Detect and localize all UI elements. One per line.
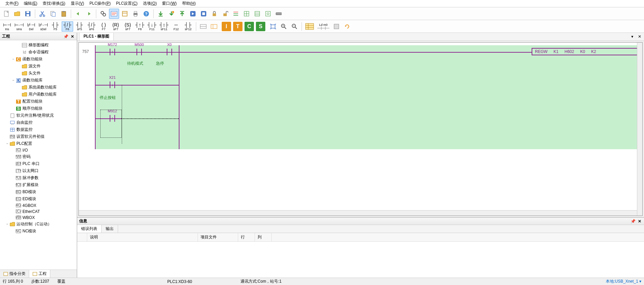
run-button[interactable]	[188, 9, 198, 19]
stop-button[interactable]	[199, 9, 209, 19]
tree-node[interactable]: 梯形图编程	[0, 42, 77, 49]
tree-node[interactable]: ETH以太网口	[0, 167, 77, 174]
unlock-button[interactable]	[220, 9, 230, 19]
column-header[interactable]: 项目文件	[198, 233, 238, 241]
error-list-table[interactable]: 说明项目文件行列	[77, 233, 644, 278]
vertical-scrollbar[interactable]	[637, 43, 642, 216]
tab-close-icon[interactable]: ✕	[637, 34, 642, 39]
tree-node[interactable]: −EX函数功能库	[0, 77, 77, 84]
upload-button[interactable]	[177, 9, 187, 19]
tree-node[interactable]: 自由监控	[0, 119, 77, 126]
menu-v[interactable]: 显示(V)	[68, 0, 87, 7]
tree-node[interactable]: NCNC模块	[0, 228, 77, 235]
column-header[interactable]	[77, 233, 87, 241]
ladder-sf6-button[interactable]: ┤/├sF6	[86, 21, 97, 32]
tree-node[interactable]: EDED模块	[0, 195, 77, 203]
paste-button[interactable]	[59, 9, 69, 19]
tree-node[interactable]: 数据监控	[0, 126, 77, 133]
tree-node[interactable]: MOD扩展模块	[0, 181, 77, 188]
tree-node[interactable]: T配置功能块	[0, 98, 77, 105]
block2-button[interactable]	[209, 21, 219, 32]
open-button[interactable]	[12, 9, 22, 19]
menu-e[interactable]: 编辑(E)	[21, 0, 40, 7]
grid2-button[interactable]	[252, 9, 262, 19]
tree-node[interactable]: 源文件	[0, 63, 77, 70]
column-header[interactable]: 行	[238, 233, 255, 241]
ladder-f5-button[interactable]: ┤├F5	[50, 21, 61, 32]
close-icon[interactable]: ✕	[637, 219, 642, 224]
tree-node[interactable]: 用户函数功能库	[0, 91, 77, 98]
fit-button[interactable]	[268, 21, 278, 32]
ladder-view-button[interactable]	[231, 9, 241, 19]
find-button[interactable]	[98, 9, 108, 19]
column-header[interactable]: 列	[255, 233, 272, 241]
refresh-button[interactable]	[342, 21, 352, 32]
tree-node[interactable]: S顺序功能块	[0, 105, 77, 112]
tree-node[interactable]: 头文件	[0, 70, 77, 77]
undo-button[interactable]	[73, 9, 83, 19]
copy-button[interactable]	[48, 9, 58, 19]
block-s-button[interactable]: S	[256, 22, 265, 31]
connector-button[interactable]	[274, 9, 284, 19]
tree-node[interactable]: SERPLC 串口	[0, 160, 77, 167]
column-header[interactable]: 说明	[87, 233, 198, 241]
pin-icon[interactable]: 📌	[631, 219, 635, 224]
tree-tab[interactable]: 工程	[29, 270, 50, 278]
tree-node[interactable]: INI设置软元件初值	[0, 133, 77, 140]
tree-node[interactable]: −运动控制（C运动）	[0, 221, 77, 228]
menu-h[interactable]: 帮助(H)	[179, 0, 199, 7]
menu-o[interactable]: 选项(O)	[140, 0, 159, 7]
block-t-button[interactable]: T	[233, 22, 243, 31]
block-c-button[interactable]: C	[245, 22, 254, 31]
horizontal-scrollbar[interactable]	[79, 210, 637, 216]
tree-node[interactable]: PWD密码	[0, 153, 77, 160]
tree-node[interactable]: −PLC配置	[0, 140, 77, 147]
pin-icon[interactable]: 📌	[63, 34, 68, 39]
ladder-ins-button[interactable]: ⊢⊣Ins	[1, 21, 13, 32]
cut-button[interactable]	[37, 9, 47, 19]
close-icon[interactable]: ✕	[70, 34, 75, 39]
tree-tab[interactable]: 指令分类	[0, 270, 29, 278]
tab-dropdown-icon[interactable]: ▾	[630, 34, 635, 39]
tree-node[interactable]: IOI/O	[0, 147, 77, 153]
ladder-sf7-button[interactable]: (S)sF7	[122, 21, 133, 32]
tree-node[interactable]: ECAEtherCAT	[0, 209, 77, 215]
download-button[interactable]	[156, 9, 166, 19]
ladder-f6-button[interactable]: ┤/├F6	[62, 21, 73, 32]
menu-f[interactable]: 文件(F)	[3, 0, 21, 7]
print-button[interactable]	[130, 9, 141, 19]
tree-node[interactable]: 系统函数功能库	[0, 84, 77, 91]
status-local[interactable]: 本地:USB_Xnet_1 ▾	[606, 279, 641, 284]
menu-s[interactable]: 查找\替换(S)	[40, 0, 68, 7]
help-button[interactable]: ?	[141, 9, 151, 19]
ladder-sf5-button[interactable]: ┤├sF5	[74, 21, 85, 32]
window-button[interactable]	[120, 9, 130, 19]
ladder-f7-button[interactable]: ( )F7	[98, 21, 109, 32]
tree-node[interactable]: PUL脉冲参数	[0, 174, 77, 181]
project-tree[interactable]: 梯形图编程Id命令语编程−C函数功能块源文件头文件−EX函数功能库系统函数功能库…	[0, 40, 77, 270]
ladder-f12-button[interactable]: ─F12	[170, 21, 182, 32]
grid-tool-button[interactable]	[331, 21, 341, 32]
ladder-del-button[interactable]: ⊬⊣Del	[25, 21, 37, 32]
contact-X21[interactable]: X21↓	[108, 81, 116, 88]
ldm0-button[interactable]: Ld m0	[316, 21, 331, 32]
ladder-f8-button[interactable]: ┤↑├F8	[134, 21, 146, 32]
ladder-sins-button[interactable]: ⊢·⊣sIns	[13, 21, 25, 32]
ladder-sf7-button[interactable]: (R)sF7	[110, 21, 121, 32]
grid3-button[interactable]	[263, 9, 273, 19]
ladder-f11-button[interactable]: ┤↓├F11	[146, 21, 158, 32]
contact-X0[interactable]: X0	[165, 49, 173, 55]
contact-M172[interactable]: M172↑	[108, 49, 116, 55]
block-i-button[interactable]: I	[222, 22, 231, 31]
menu-w[interactable]: 窗口(W)	[159, 0, 179, 7]
tree-node[interactable]: BDBD模块	[0, 188, 77, 195]
tree-node[interactable]: 4G4GBOX	[0, 203, 77, 209]
ladder-editor[interactable]: 757 M172↑M500X0X21↓M912↑待机模式急停停止按钮REGWK1…	[78, 42, 643, 216]
block1-button[interactable]	[198, 21, 208, 32]
tree-node[interactable]: −C函数功能块	[0, 56, 77, 63]
save-button[interactable]	[23, 9, 33, 19]
table-button[interactable]	[304, 21, 315, 32]
contact-M500[interactable]: M500	[135, 49, 143, 55]
tree-node[interactable]: WBOWBOX	[0, 215, 77, 221]
zoom-out-button[interactable]	[289, 21, 300, 32]
